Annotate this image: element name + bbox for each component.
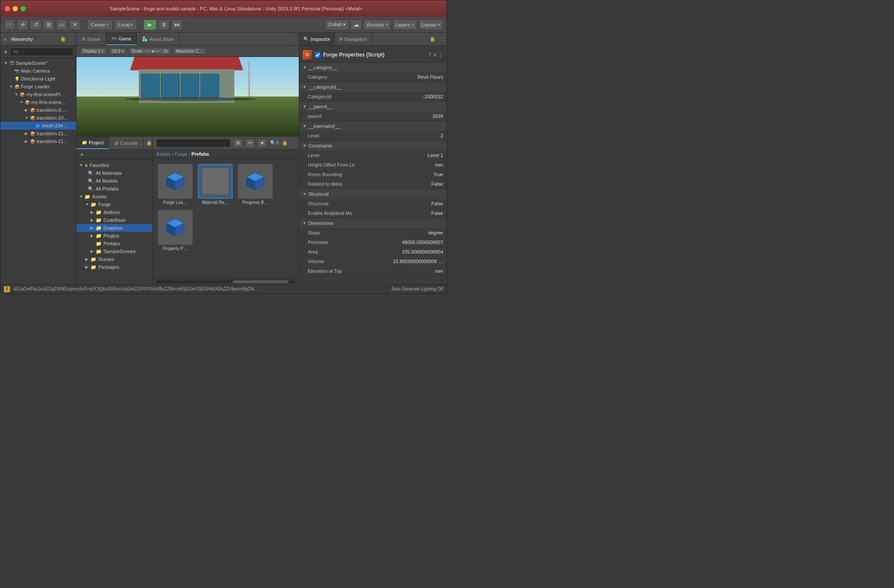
help-icon[interactable]: ? — [428, 52, 431, 58]
inspector-menu-icon[interactable]: ⋮ — [438, 36, 447, 42]
section-header-constraints[interactable]: ▼ Constraints — [299, 141, 447, 150]
hierarchy-search-input[interactable] — [10, 47, 73, 56]
aspect-dropdown[interactable]: 16:9 ▾ — [109, 48, 126, 54]
project-all-prefabs[interactable]: 🔍 All Prefabs — [77, 185, 152, 193]
scene-panel-menu[interactable]: ⋮ — [287, 36, 299, 42]
display-dropdown[interactable]: Display 1 ▾ — [80, 48, 107, 54]
section-header-category[interactable]: ▼ __category__ — [299, 63, 447, 72]
project-forge[interactable]: ▼ 📁 Forge — [77, 200, 152, 208]
asset-thumb-progress-b[interactable] — [238, 164, 273, 199]
hierarchy-menu-icon[interactable]: ⋮ — [68, 36, 73, 42]
tab-game[interactable]: 🎮 Game — [106, 33, 137, 45]
project-plugins[interactable]: ▶ 📁 Plugins — [77, 232, 152, 240]
rotate-tool-button[interactable]: ↺ — [30, 20, 41, 30]
assets-menu-icon[interactable]: ⋮ — [290, 140, 295, 146]
collab-button[interactable]: Collab ▾ — [325, 20, 349, 30]
project-all-materials[interactable]: 🔍 All Materials — [77, 169, 152, 177]
project-add-button[interactable]: + — [79, 151, 84, 158]
project-scenes[interactable]: ▶ 📁 Scenes — [77, 255, 152, 263]
maximize-btn[interactable]: Maximize C… — [173, 48, 206, 54]
tree-item-mesh204[interactable]: 🔷 mesh-204… — [0, 122, 76, 130]
project-prefabs[interactable]: 📁 Prefabs — [77, 240, 152, 247]
section-header-categoryid[interactable]: ▼ __categoryId__ — [299, 82, 447, 92]
tree-item-scene2[interactable]: ▼ 📦 my-first-scene… — [0, 98, 76, 106]
tree-item-main-camera[interactable]: 📷 Main Camera — [0, 67, 76, 75]
project-all-models[interactable]: 🔍 All Models — [77, 177, 152, 185]
tab-project[interactable]: 📁 Project — [77, 137, 109, 149]
project-addons[interactable]: ▶ 📁 Addons — [77, 208, 152, 216]
asset-thumb-material-re[interactable] — [198, 164, 233, 199]
asset-property-p[interactable]: Property P… — [158, 210, 193, 251]
assets-favorites-btn[interactable]: ★ — [257, 139, 267, 147]
settings-icon[interactable]: ≡ — [433, 52, 436, 58]
assets-view-btn2[interactable]: ✏ — [245, 139, 255, 147]
tab-asset-store[interactable]: 🏪 Asset Store — [137, 33, 180, 45]
scale-tool-button[interactable]: ⊞ — [43, 20, 54, 30]
tree-arrow-scene2: ▼ — [20, 100, 25, 104]
hierarchy-lock-icon[interactable]: 🔒 — [60, 36, 66, 42]
asset-thumb-property-p[interactable] — [158, 210, 193, 245]
forge-properties-checkbox[interactable] — [315, 52, 320, 58]
tree-item-transform0[interactable]: ▶ 📦 transform-0-… — [0, 106, 76, 114]
close-button[interactable] — [5, 6, 10, 11]
project-samplescenes[interactable]: ▶ 📁 SampleScenes — [77, 247, 152, 255]
move-tool-button[interactable]: ✛ — [17, 20, 28, 30]
step-button[interactable]: ⏭ — [171, 20, 183, 30]
maximize-button[interactable] — [20, 6, 26, 11]
scrollbar-thumb[interactable] — [233, 281, 288, 283]
project-codebase[interactable]: ▶ 📁 CodeBase — [77, 216, 152, 224]
tree-item-transform20[interactable]: ▼ 📦 transform-20… — [0, 114, 76, 122]
tab-navigation[interactable]: ⊞ Navigation — [335, 33, 372, 45]
cloud-button[interactable]: ☁ — [350, 20, 362, 30]
pause-button[interactable]: ⏸ — [158, 20, 170, 30]
asset-thumb-forge-loader[interactable] — [158, 164, 193, 199]
assets-search-input[interactable] — [156, 139, 230, 147]
scale-control[interactable]: Scale ──●── 2x — [129, 48, 171, 54]
inspector-lock-icon[interactable]: 🔒 — [427, 36, 438, 42]
scale-slider[interactable]: ──●── — [146, 49, 160, 53]
account-button[interactable]: Account ▾ — [364, 20, 391, 30]
project-assets-header[interactable]: ▼ 📁 Assets — [77, 193, 152, 200]
project-favorites-header[interactable]: ▼ ★ Favorites — [77, 161, 152, 169]
tree-item-transform21a[interactable]: ▶ 📦 transform-21… — [0, 130, 76, 137]
asset-material-re[interactable]: Material Re… — [198, 164, 233, 205]
prop-label-level-constraint: Level — [308, 153, 408, 158]
minimize-button[interactable] — [13, 6, 18, 11]
rect-tool-button[interactable]: ▭ — [56, 20, 67, 30]
section-header-dimensions[interactable]: ▼ Dimensions — [299, 218, 447, 228]
tree-item-forge-loader[interactable]: ▼ 📦 Forge Loader — [0, 83, 76, 90]
scrollbar-track[interactable] — [156, 281, 295, 283]
tab-inspector[interactable]: 🔍 Inspector — [299, 33, 335, 45]
tab-console[interactable]: ▤ Console — [109, 137, 143, 149]
tree-item-scene-pi[interactable]: ▼ 📦 my-first-scenePi… — [0, 90, 76, 98]
section-header-parent[interactable]: ▼ __parent__ — [299, 102, 447, 111]
breadcrumb-assets[interactable]: Assets — [156, 151, 170, 157]
layers-button[interactable]: Layers ▾ — [393, 20, 417, 30]
tree-item-scene[interactable]: ▼ 🎬 SampleScene* ⋮ — [0, 59, 76, 67]
layout-button[interactable]: Layout ▾ — [419, 20, 443, 30]
asset-progress-b[interactable]: Progress B… — [238, 164, 273, 205]
hand-tool-button[interactable]: ☞ — [4, 20, 15, 30]
tab-asset-store-label: Asset Store — [149, 37, 174, 42]
section-header-internalref[interactable]: ▼ __internalref__ — [299, 121, 447, 131]
tab-scene[interactable]: ⊞ Scene — [77, 33, 106, 45]
tree-item-transform21b[interactable]: ▶ 📦 transform-21… — [0, 137, 76, 145]
assets-view-btn1[interactable]: ⊞ — [233, 139, 243, 147]
project-packages[interactable]: ▶ 📁 Packages — [77, 263, 152, 271]
asset-forge-loader[interactable]: Forge Loa… — [158, 164, 193, 205]
project-graphics[interactable]: ▶ 📁 Graphics — [77, 224, 152, 232]
more-icon[interactable]: ⋮ — [438, 52, 443, 58]
hierarchy-search-bar: + — [0, 46, 76, 58]
breadcrumb-forge[interactable]: Forge — [175, 151, 187, 157]
tree-item-dir-light[interactable]: 💡 Directional Light — [0, 75, 76, 83]
assets-lock-icon[interactable]: 🔒 — [282, 140, 288, 146]
center-button[interactable]: Center ▾ — [87, 20, 113, 30]
play-button[interactable]: ▶ — [143, 20, 157, 30]
building-windows — [141, 74, 219, 98]
forge-icon: 📦 — [14, 84, 20, 89]
local-button[interactable]: Local ▾ — [114, 20, 137, 30]
section-header-structural[interactable]: ▼ Structural — [299, 189, 447, 199]
transform-tool-button[interactable]: ✕ — [69, 20, 80, 30]
scene-menu-icon[interactable]: ⋮ — [70, 61, 74, 66]
hierarchy-add-button[interactable]: + — [3, 48, 8, 55]
